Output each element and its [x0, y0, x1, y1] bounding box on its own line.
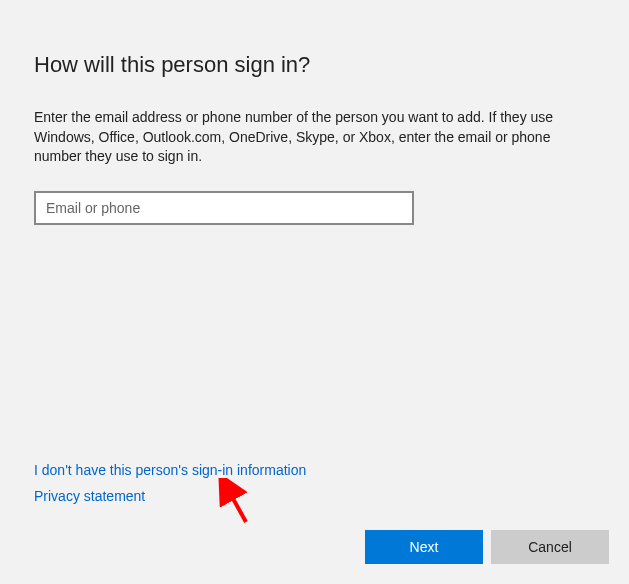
- cancel-button[interactable]: Cancel: [491, 530, 609, 564]
- description-text: Enter the email address or phone number …: [34, 108, 594, 167]
- no-signin-info-link[interactable]: I don't have this person's sign-in infor…: [34, 462, 306, 478]
- privacy-statement-link[interactable]: Privacy statement: [34, 488, 306, 504]
- dialog-container: How will this person sign in? Enter the …: [0, 0, 629, 584]
- links-section: I don't have this person's sign-in infor…: [34, 462, 306, 514]
- page-title: How will this person sign in?: [34, 52, 595, 78]
- email-or-phone-input[interactable]: [34, 191, 414, 225]
- button-row: Next Cancel: [365, 530, 609, 564]
- next-button[interactable]: Next: [365, 530, 483, 564]
